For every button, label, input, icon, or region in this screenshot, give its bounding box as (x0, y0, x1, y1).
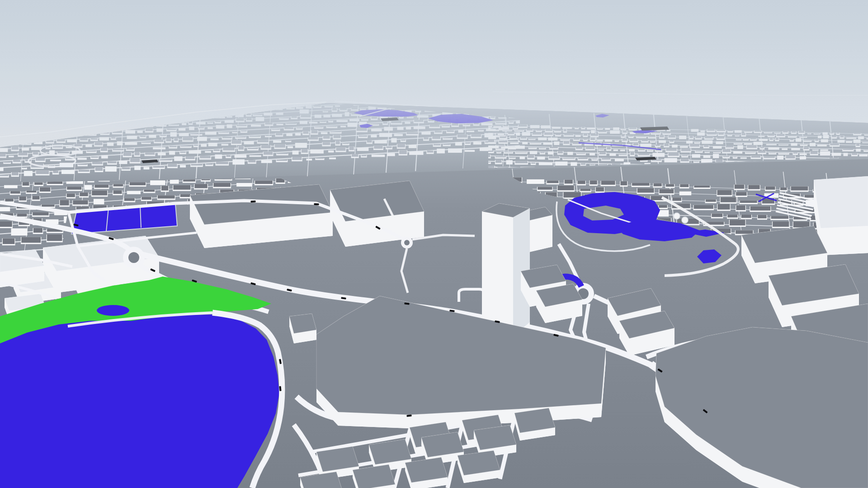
pond-in-park (97, 305, 129, 316)
warehouse-k (458, 450, 500, 483)
warehouse-j (405, 457, 448, 488)
warehouse-c (514, 408, 555, 441)
city-render-canvas (0, 0, 868, 488)
cylinder-building-1 (674, 213, 680, 219)
stepped-block-2 (536, 284, 582, 323)
cylinder-building-2 (682, 217, 688, 223)
lake-main (0, 314, 279, 488)
map-3d-viewport[interactable] (0, 0, 868, 488)
roundabout-west (123, 247, 145, 268)
megablock-annex (289, 314, 316, 343)
